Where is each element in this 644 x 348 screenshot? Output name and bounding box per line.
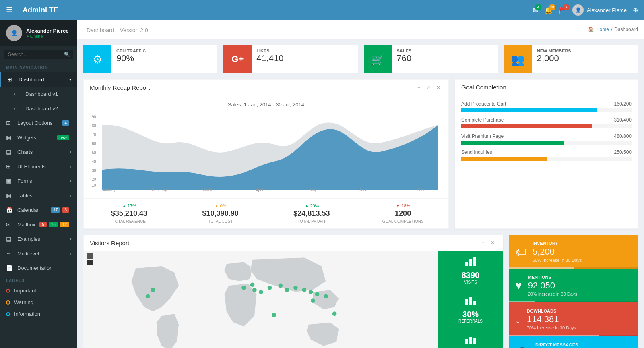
referrals-icon (464, 295, 477, 308)
sidebar: 👤 Alexander Pierce ● Online 🔍 MAIN NAVIG… (0, 20, 77, 348)
sales-icon: 🛒 (364, 45, 392, 73)
visits-value: 8390 (462, 271, 480, 280)
members-value: 2,000 (537, 53, 633, 64)
info-box-cpu: ⚙ CPU TRAFFIC 90% (83, 45, 217, 73)
sidebar-item-layout-options[interactable]: ⊡ Layout Options 4 (0, 116, 77, 130)
user-menu[interactable]: 👤 Alexander Pierce (572, 4, 627, 16)
dashboard-icon: ⊞ (7, 76, 15, 83)
flag-button[interactable]: 🚩 9 (558, 6, 566, 14)
svg-rect-39 (465, 339, 468, 344)
svg-text:60: 60 (92, 141, 96, 146)
monthly-row: Monthly Recap Report − ⤢ ✕ Sales: 1 Jan,… (83, 79, 638, 229)
svg-rect-35 (473, 257, 476, 266)
close-button[interactable]: ✕ (434, 84, 442, 91)
goal-inquiries-bar (461, 157, 547, 161)
top-right-nav: ✉ 4 🔔 10 🚩 9 👤 Alexander Pierce ⊕ (533, 4, 638, 16)
hamburger-icon[interactable]: ☰ (6, 6, 12, 14)
svg-text:10: 10 (92, 183, 96, 187)
svg-text:May: May (310, 187, 317, 192)
visitors-stats: 8390 VISITS 30% (438, 251, 503, 348)
visitors-header: Visitors Report − ✕ (84, 235, 503, 251)
chevron-down-icon: ▾ (69, 77, 71, 82)
sidebar-avatar: 👤 (6, 25, 22, 41)
minimize-button[interactable]: − (415, 84, 422, 91)
svg-point-26 (302, 288, 307, 292)
side-stats: 🏷 INVENTORY 5,200 50% Increase in 30 Day… (509, 235, 638, 348)
search-icon[interactable]: 🔍 (64, 52, 70, 57)
sidebar-item-dashboard[interactable]: ⊞ Dashboard ▾ (0, 72, 77, 87)
visitors-close[interactable]: ✕ (489, 239, 497, 246)
svg-text:70: 70 (92, 133, 96, 137)
sidebar-label-warning[interactable]: Warning (0, 296, 77, 308)
inventory-sub: 50% Increase in 30 Days (533, 258, 632, 263)
sidebar-label-important[interactable]: Important (0, 285, 77, 296)
info-box-sales: 🛒 SALES 760 (364, 45, 498, 73)
visits-stat: 8390 VISITS (438, 251, 503, 290)
circle-icon: ○ (14, 91, 22, 97)
goal-completion-title: Goal Completion (461, 84, 506, 91)
stat-cost: ▲ 0% $10,390.90 TOTAL COST (175, 199, 266, 228)
sidebar-item-dashboard-v2[interactable]: ○ Dashboard v2 (0, 101, 77, 116)
svg-point-32 (332, 311, 337, 316)
main-content: Dashboard Version 2.0 🏠 Home / Dashboard… (77, 20, 644, 348)
sidebar-item-forms[interactable]: ▣ Forms › (0, 174, 77, 188)
bell-badge: 10 (549, 4, 555, 10)
svg-text:July: July (417, 187, 424, 192)
bell-button[interactable]: 🔔 10 (544, 6, 552, 14)
forms-icon: ▣ (6, 178, 14, 184)
cost-label: TOTAL COST (181, 219, 260, 224)
info-box-members: 👥 NEW MEMBERS 2,000 (504, 45, 638, 73)
inventory-label: INVENTORY (533, 241, 632, 246)
sidebar-item-ui-elements[interactable]: ⊞ UI Elements › (0, 159, 77, 174)
sidebar-item-calendar[interactable]: 📅 Calendar 17 3 (0, 203, 77, 217)
revenue-change: ▲ 17% (90, 203, 169, 208)
sidebar-item-mailbox[interactable]: ✉ Mailbox 5 16 12 (0, 217, 77, 232)
messages-icon: 💬 (515, 347, 529, 348)
monthly-report-body: Sales: 1 Jan, 2014 - 30 Jul, 2014 90 80 … (84, 95, 448, 198)
mentions-label: MENTIONS (528, 275, 632, 280)
sidebar-item-documentation[interactable]: 📄 Documentation (0, 261, 77, 275)
circle-icon-2: ○ (14, 105, 22, 112)
goal-inquiries-value: 250/500 (614, 149, 632, 155)
profit-label: TOTAL PROFIT (272, 219, 351, 224)
svg-rect-33 (465, 262, 468, 266)
stat-goals: ▼ 18% 1200 GOAL COMPLETIONS (357, 199, 448, 228)
sidebar-item-multilevel[interactable]: ↔ Multilevel › (0, 246, 77, 261)
breadcrumb-home[interactable]: Home (596, 27, 609, 32)
svg-text:50: 50 (92, 150, 96, 155)
members-label: NEW MEMBERS (537, 48, 633, 53)
brand-name: AdminLTE (23, 6, 58, 14)
search-input[interactable] (4, 50, 73, 59)
goal-premium: Visit Premium Page 480/800 (461, 133, 632, 145)
report-stats: ▲ 17% $35,210.43 TOTAL REVENUE ▲ 0% $10,… (84, 198, 448, 228)
svg-rect-36 (465, 299, 468, 305)
visitors-report-box: Visitors Report − ✕ (83, 235, 503, 348)
visits-label: VISITS (464, 280, 477, 284)
inventory-value: 5,200 (533, 246, 632, 257)
mail-button[interactable]: ✉ 4 (533, 6, 538, 14)
sidebar-label-information[interactable]: Information (0, 308, 77, 320)
area-chart: 90 80 70 60 50 40 30 20 10 (90, 112, 442, 192)
chart-title: Sales: 1 Jan, 2014 - 30 Jul, 2014 (90, 102, 442, 108)
sidebar-item-tables[interactable]: ▦ Tables › (0, 188, 77, 203)
sidebar-item-charts[interactable]: ▤ Charts › (0, 145, 77, 159)
svg-point-23 (278, 284, 283, 288)
goal-cart: Add Products to Cart 160/200 (461, 101, 632, 112)
sidebar-item-examples[interactable]: ▤ Examples › (0, 232, 77, 246)
cpu-value: 90% (116, 53, 213, 64)
svg-point-18 (242, 286, 246, 290)
cost-value: $10,390.90 (181, 209, 260, 218)
expand-button[interactable]: ⤢ (424, 84, 432, 91)
side-stat-downloads: ↓ DOWNLOADS 114,381 70% Increase in 30 D… (509, 302, 638, 336)
goal-cart-value: 160/200 (614, 101, 632, 107)
multilevel-icon: ↔ (6, 250, 14, 257)
important-dot (6, 289, 10, 293)
goal-purchase-label: Complete Purchase (461, 117, 504, 123)
svg-point-28 (315, 292, 320, 296)
sidebar-item-widgets[interactable]: ▦ Widgets new (0, 130, 77, 145)
visitors-minimize[interactable]: − (480, 239, 487, 246)
sidebar-item-dashboard-v1[interactable]: ○ Dashboard v1 (0, 87, 77, 101)
information-dot (6, 312, 10, 316)
share-icon[interactable]: ⊕ (633, 6, 638, 14)
visitors-row: Visitors Report − ✕ (83, 235, 638, 348)
